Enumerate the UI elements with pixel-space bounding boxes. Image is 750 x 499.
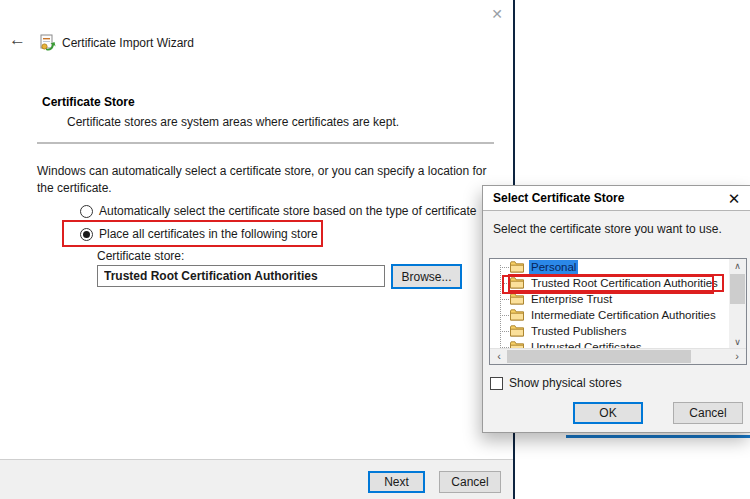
radio-place-label: Place all certificates in the following … [99, 227, 318, 241]
store-tree-item[interactable]: Enterprise Trust [490, 291, 729, 307]
close-icon[interactable]: ✕ [487, 5, 507, 23]
store-item-label: Intermediate Certification Authorities [529, 308, 718, 322]
folder-icon [510, 325, 524, 337]
store-item-label: Personal [529, 260, 578, 274]
scroll-left-icon[interactable]: ‹ [492, 349, 506, 364]
store-item-label: Enterprise Trust [529, 292, 614, 306]
back-arrow-icon[interactable]: ← [9, 31, 26, 48]
browse-button[interactable]: Browse... [391, 264, 462, 289]
radio-circle-unchecked[interactable] [80, 205, 93, 218]
popup-titlebar: Select Certificate Store ✕ [483, 186, 750, 211]
horizontal-scroll-thumb[interactable] [507, 350, 691, 363]
store-tree-item[interactable]: Personal [490, 259, 729, 275]
intro-text: Windows can automatically select a certi… [37, 163, 489, 197]
store-tree-item[interactable]: Trusted Publishers [490, 323, 729, 339]
section-subtitle: Certificate stores are system areas wher… [67, 115, 399, 129]
radio-place-all-store[interactable]: Place all certificates in the following … [80, 227, 318, 241]
store-item-content[interactable]: Trusted Publishers [509, 323, 631, 339]
store-listbox: Personal Trusted Root Certification Auth… [489, 258, 747, 365]
horizontal-scrollbar[interactable]: ‹ › [490, 348, 746, 364]
next-button[interactable]: Next [368, 471, 425, 493]
certificate-store-label: Certificate store: [97, 249, 184, 263]
tree-stub-line [500, 315, 509, 316]
show-physical-stores-checkbox[interactable] [490, 377, 503, 390]
tree-stub-line [500, 267, 509, 268]
popup-close-icon[interactable]: ✕ [724, 189, 744, 208]
store-tree-item[interactable]: Intermediate Certification Authorities [490, 307, 729, 323]
scroll-up-icon[interactable]: ∧ [729, 259, 746, 273]
show-physical-stores-row[interactable]: Show physical stores [490, 376, 622, 390]
show-physical-stores-label: Show physical stores [509, 376, 622, 390]
popup-title: Select Certificate Store [493, 191, 624, 205]
popup-cancel-button[interactable]: Cancel [673, 402, 743, 424]
screenshot-stage: ✕ ← Certificate Import Wizard Certificat… [0, 0, 750, 499]
wizard-footer [0, 459, 513, 499]
popup-bottom-accent-line [566, 435, 750, 438]
wizard-window: ✕ ← Certificate Import Wizard Certificat… [0, 0, 515, 499]
folder-icon [510, 309, 524, 321]
store-item-content[interactable]: Trusted Root Certification Authorities [509, 275, 723, 291]
select-certificate-store-dialog: Select Certificate Store ✕ Select the ce… [482, 185, 750, 433]
header-divider [37, 142, 494, 144]
store-item-label: Trusted Publishers [529, 324, 628, 338]
tree-stub-line [500, 299, 509, 300]
certificate-import-icon [38, 34, 56, 52]
tree-stub-line [500, 331, 509, 332]
folder-icon [510, 277, 524, 289]
vertical-scroll-thumb[interactable] [730, 274, 745, 304]
store-tree: Personal Trusted Root Certification Auth… [490, 259, 729, 349]
tree-stub-line [500, 283, 509, 284]
store-item-content[interactable]: Enterprise Trust [509, 291, 617, 307]
popup-subtitle: Select the certificate store you want to… [493, 222, 722, 236]
radio-automatic-label: Automatically select the certificate sto… [99, 204, 477, 218]
store-tree-item[interactable]: Trusted Root Certification Authorities [490, 275, 729, 291]
store-item-content[interactable]: Personal [509, 259, 581, 275]
folder-icon [510, 293, 524, 305]
section-heading: Certificate Store [42, 95, 135, 109]
wizard-cancel-button[interactable]: Cancel [439, 471, 501, 493]
store-item-label: Trusted Root Certification Authorities [529, 276, 720, 290]
folder-icon [510, 261, 524, 273]
scroll-down-icon[interactable]: ∨ [729, 335, 746, 349]
radio-circle-checked[interactable] [80, 228, 93, 241]
certificate-store-input[interactable] [97, 265, 385, 287]
store-item-content[interactable]: Intermediate Certification Authorities [509, 307, 721, 323]
radio-automatic-store[interactable]: Automatically select the certificate sto… [80, 204, 477, 218]
wizard-title: Certificate Import Wizard [62, 36, 194, 50]
vertical-scrollbar[interactable]: ∧ ∨ [729, 259, 746, 349]
ok-button[interactable]: OK [573, 402, 643, 424]
scroll-right-icon[interactable]: › [730, 349, 744, 364]
